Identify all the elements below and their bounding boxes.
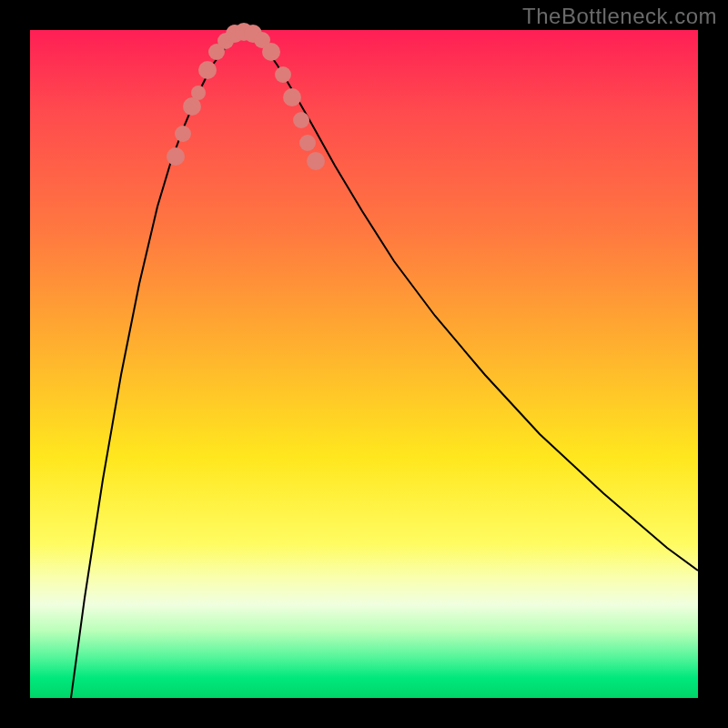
dot xyxy=(191,86,206,100)
dot xyxy=(175,126,191,142)
dot xyxy=(299,135,316,151)
dot xyxy=(198,61,217,79)
dot xyxy=(293,112,309,128)
curve-left-branch xyxy=(71,32,244,698)
chart-frame: TheBottleneck.com xyxy=(0,0,728,728)
dot xyxy=(275,66,291,83)
dot xyxy=(307,152,325,170)
highlight-dots xyxy=(167,23,325,170)
curve-right-branch xyxy=(244,32,698,571)
curve-svg xyxy=(30,30,698,698)
plot-area xyxy=(30,30,698,698)
dot xyxy=(167,147,185,166)
dot xyxy=(283,88,301,106)
watermark-text: TheBottleneck.com xyxy=(522,4,717,29)
dot xyxy=(262,43,280,61)
